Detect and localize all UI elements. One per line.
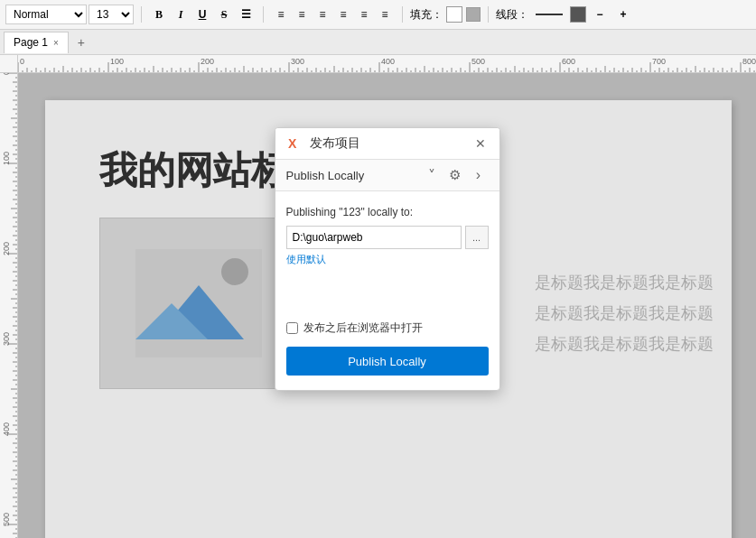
browse-button[interactable]: ... [465,226,489,249]
tab-bar: Page 1 × + [0,30,756,55]
align-left-button[interactable]: ≡ [271,5,291,24]
dialog-title: 发布项目 [310,135,465,152]
line-color-box[interactable] [570,6,586,23]
align-center-button[interactable]: ≡ [292,5,312,24]
open-browser-row: 发布之后在浏览器中打开 [286,320,489,336]
dialog-subheader: Publish Locally ˅ ⚙ › [275,160,499,191]
fill-color-box[interactable] [446,6,462,23]
line-weight-decrease[interactable]: − [590,5,610,24]
line-group: 线段： − + [496,5,633,24]
fill-group: 填充： [410,6,481,23]
svg-text:X: X [288,136,297,151]
divider-2 [263,6,264,23]
tab-page1-label: Page 1 [14,36,48,49]
strikethrough-button[interactable]: S [214,5,234,24]
line-preview [536,14,563,15]
line-weight-increase[interactable]: + [613,5,633,24]
expand-icon[interactable]: › [469,165,489,185]
path-input[interactable] [286,226,462,249]
tab-page1[interactable]: Page 1 × [4,32,69,53]
style-select[interactable]: Normal [5,5,87,24]
ruler-vertical [0,73,18,538]
main-toolbar: Normal 13 B I U S ☰ ≡ ≡ ≡ ≡ ≡ ≡ 填充： 线段： … [0,0,756,30]
list-button[interactable]: ☰ [236,5,256,24]
bold-button[interactable]: B [149,5,169,24]
chevron-down-icon[interactable]: ˅ [422,165,442,185]
publish-dialog: X 发布项目 ✕ Publish Locally ˅ ⚙ › Publishin… [275,127,500,391]
path-row: ... [286,226,489,249]
publishing-description: Publishing "123" locally to: [286,206,489,218]
dialog-body: Publishing "123" locally to: ... 使用默认 发布… [275,191,499,390]
use-default-link[interactable]: 使用默认 [286,253,489,266]
dialog-logo-icon: X [286,135,303,152]
align-extra2-button[interactable]: ≡ [375,5,395,24]
divider-3 [402,6,403,23]
italic-button[interactable]: I [171,5,191,24]
ruler-corner [0,55,18,73]
divider-1 [141,6,142,23]
divider-4 [488,6,489,23]
canvas-area: 我的网站标题 是标题我是标题我是标题 是标题我是标题我是标题 是标题我是标题我是… [18,73,756,538]
underline-button[interactable]: U [192,5,212,24]
format-group: B I U S ☰ [149,5,256,24]
align-justify-button[interactable]: ≡ [333,5,353,24]
settings-icon[interactable]: ⚙ [445,165,465,185]
align-extra1-button[interactable]: ≡ [354,5,374,24]
open-browser-label[interactable]: 发布之后在浏览器中打开 [303,320,423,336]
align-group: ≡ ≡ ≡ ≡ ≡ ≡ [271,5,395,24]
dialog-overlay: X 发布项目 ✕ Publish Locally ˅ ⚙ › Publishin… [18,73,756,538]
publish-locally-button[interactable]: Publish Locally [286,347,489,376]
publish-method-label: Publish Locally [286,169,418,182]
fill-color-box2[interactable] [466,7,481,22]
ruler-horizontal [18,55,756,73]
tab-close-icon[interactable]: × [53,38,59,48]
align-right-button[interactable]: ≡ [313,5,332,24]
fontsize-select[interactable]: 13 [89,5,134,24]
open-browser-checkbox[interactable] [286,322,298,334]
line-label: 线段： [496,7,528,23]
dialog-header: X 发布项目 ✕ [275,128,499,160]
style-group: Normal 13 [5,5,134,24]
tab-add-button[interactable]: + [72,33,90,51]
dialog-close-button[interactable]: ✕ [472,135,489,152]
fill-label: 填充： [410,7,443,23]
subheader-actions: ˅ ⚙ › [422,165,489,185]
